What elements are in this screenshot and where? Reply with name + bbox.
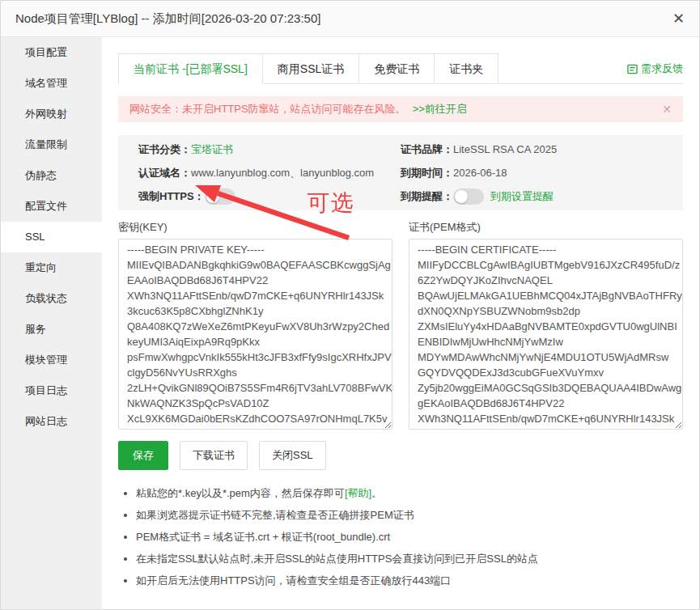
feedback-label: 需求反馈: [641, 61, 683, 76]
force-https-toggle[interactable]: [205, 189, 235, 205]
sidebar-item-redirect[interactable]: 重定向: [1, 252, 102, 283]
cert-category-link[interactable]: 宝塔证书: [191, 142, 233, 157]
cert-domains-row: 认证域名： www.lanyunblog.com、lanyunblog.com: [138, 161, 401, 184]
expiry-reminder-label: 到期提醒：: [401, 189, 453, 204]
cert-domains-value: www.lanyunblog.com、lanyunblog.com: [191, 166, 374, 180]
note-suffix: 。: [371, 487, 382, 499]
note-text: 如果浏览器提示证书链不完整,请检查是否正确拼接PEM证书: [136, 509, 414, 521]
force-https-label: 强制HTTPS：: [138, 189, 205, 204]
cert-info-panel: 证书分类： 宝塔证书 认证域名： www.lanyunblog.com、lany…: [118, 135, 683, 210]
note-item: 如果浏览器提示证书链不完整,请检查是否正确拼接PEM证书: [136, 508, 683, 523]
cert-category-row: 证书分类： 宝塔证书: [138, 138, 401, 161]
cert-category-label: 证书分类：: [138, 142, 191, 157]
dialog-title: Node项目管理[LYBlog] -- 添加时间[2026-03-20 07:2…: [15, 11, 320, 27]
cert-info-left: 证书分类： 宝塔证书 认证域名： www.lanyunblog.com、lany…: [138, 138, 401, 208]
cert-fields: -----BEGIN PRIVATE KEY----- MIIEvQIBADAN…: [118, 239, 683, 430]
private-key-textarea[interactable]: -----BEGIN PRIVATE KEY----- MIIEvQIBADAN…: [118, 239, 392, 430]
cert-expiry-row: 到期时间： 2026-06-18: [401, 161, 663, 184]
sidebar-item-project-log[interactable]: 项目日志: [1, 375, 102, 406]
field-labels: 密钥(KEY) 证书(PEM格式): [118, 220, 683, 235]
sidebar-item-traffic-limit[interactable]: 流量限制: [1, 129, 102, 160]
note-text: PEM格式证书 = 域名证书.crt + 根证书(root_bundle).cr…: [136, 531, 390, 543]
feedback-link[interactable]: 需求反馈: [627, 61, 683, 76]
warning-text: 网站安全：未开启HTTPS防窜站，站点访问可能存在风险。: [129, 102, 406, 116]
download-cert-button[interactable]: 下载证书: [180, 441, 248, 470]
close-icon[interactable]: ✕: [672, 11, 685, 26]
cert-brand-label: 证书品牌：: [401, 142, 453, 157]
force-https-row: 强制HTTPS：: [138, 184, 401, 208]
feedback-icon: [627, 64, 638, 74]
pem-field-label: 证书(PEM格式): [409, 220, 683, 235]
sidebar: 项目配置 域名管理 外网映射 流量限制 伪静态 配置文件 SSL 重定向 负载状…: [1, 37, 102, 610]
note-item: 如开启后无法使用HTTPS访问，请检查安全组是否正确放行443端口: [136, 574, 683, 588]
sidebar-item-external-mapping[interactable]: 外网映射: [1, 99, 102, 129]
help-link[interactable]: [帮助]: [345, 487, 371, 499]
sidebar-item-project-config[interactable]: 项目配置: [1, 37, 102, 68]
https-warning-bar: 网站安全：未开启HTTPS防窜站，站点访问可能存在风险。 >>前往开启 ✕: [118, 96, 683, 122]
project-manage-dialog: Node项目管理[LYBlog] -- 添加时间[2026-03-20 07:2…: [0, 0, 700, 610]
tab-commercial-cert[interactable]: 商用SSL证书: [263, 53, 359, 84]
cert-expiry-value: 2026-06-18: [453, 167, 507, 179]
sidebar-item-service[interactable]: 服务: [1, 314, 102, 345]
dialog-titlebar: Node项目管理[LYBlog] -- 添加时间[2026-03-20 07:2…: [1, 1, 699, 37]
action-buttons: 保存 下载证书 关闭SSL: [118, 441, 683, 470]
enable-https-link[interactable]: >>前往开启: [413, 102, 467, 116]
key-field-label: 密钥(KEY): [118, 220, 392, 235]
tab-current-cert[interactable]: 当前证书 -[已部署SSL]: [118, 53, 263, 84]
cert-info-right: 证书品牌： LiteSSL RSA CA 2025 到期时间： 2026-06-…: [401, 138, 663, 208]
note-item: PEM格式证书 = 域名证书.crt + 根证书(root_bundle).cr…: [136, 530, 683, 544]
ssl-panel: 当前证书 -[已部署SSL] 商用SSL证书 免费证书 证书夹 需求反馈 网站安…: [102, 37, 699, 610]
sidebar-item-ssl[interactable]: SSL: [1, 222, 102, 252]
cert-expiry-label: 到期时间：: [401, 166, 453, 180]
cert-brand-value: LiteSSL RSA CA 2025: [453, 143, 557, 155]
note-text: 如开启后无法使用HTTPS访问，请检查安全组是否正确放行443端口: [136, 574, 451, 587]
cert-brand-row: 证书品牌： LiteSSL RSA CA 2025: [401, 138, 663, 161]
sidebar-item-site-log[interactable]: 网站日志: [1, 406, 102, 437]
sidebar-item-load-status[interactable]: 负载状态: [1, 283, 102, 314]
cert-domains-label: 认证域名：: [138, 166, 191, 180]
expiry-reminder-toggle[interactable]: [453, 189, 484, 205]
sidebar-item-module-manage[interactable]: 模块管理: [1, 345, 102, 375]
note-text: 粘贴您的*.key以及*.pem内容，然后保存即可: [136, 487, 345, 499]
note-item: 粘贴您的*.key以及*.pem内容，然后保存即可[帮助]。: [136, 486, 683, 501]
warning-close-icon[interactable]: ✕: [662, 103, 672, 116]
expiry-reminder-row: 到期提醒： 到期设置提醒: [401, 184, 663, 208]
pem-cert-textarea[interactable]: -----BEGIN CERTIFICATE----- MIIFyDCCBLCg…: [409, 239, 683, 430]
sidebar-item-config-file[interactable]: 配置文件: [1, 191, 102, 222]
save-button[interactable]: 保存: [118, 441, 168, 470]
note-text: 在未指定SSL默认站点时,未开启SSL的站点使用HTTPS会直接访问到已开启SS…: [136, 553, 538, 565]
notes-list: 粘贴您的*.key以及*.pem内容，然后保存即可[帮助]。 如果浏览器提示证书…: [123, 486, 683, 588]
sidebar-item-domain-manage[interactable]: 域名管理: [1, 68, 102, 99]
sidebar-item-rewrite[interactable]: 伪静态: [1, 160, 102, 191]
expiry-reminder-link[interactable]: 到期设置提醒: [490, 189, 554, 204]
note-item: 在未指定SSL默认站点时,未开启SSL的站点使用HTTPS会直接访问到已开启SS…: [136, 552, 683, 566]
tab-cert-folder[interactable]: 证书夹: [435, 53, 498, 84]
tab-free-cert[interactable]: 免费证书: [359, 53, 435, 84]
close-ssl-button[interactable]: 关闭SSL: [259, 441, 326, 470]
cert-tabbar: 当前证书 -[已部署SSL] 商用SSL证书 免费证书 证书夹 需求反馈: [118, 53, 683, 84]
